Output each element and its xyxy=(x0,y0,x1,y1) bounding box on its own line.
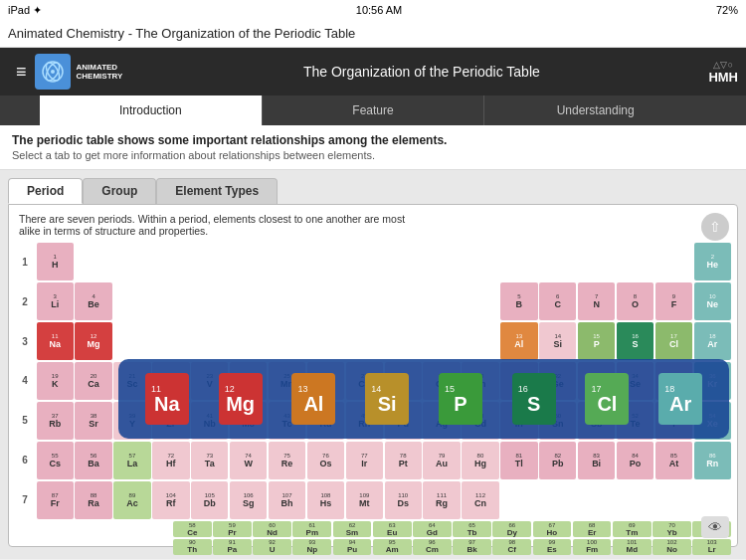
table-cell[interactable]: 81Tl xyxy=(500,442,537,479)
table-cell[interactable]: 11Na xyxy=(37,322,74,360)
table-cell[interactable]: 4Be xyxy=(75,282,111,320)
table-cell[interactable]: 103Lr xyxy=(692,539,731,555)
table-cell[interactable]: 80Hg xyxy=(462,442,498,479)
table-cell[interactable]: 97Bk xyxy=(453,539,491,555)
table-cell[interactable]: 7N xyxy=(578,282,615,320)
highlight-element-P[interactable]: 15 P xyxy=(439,373,482,425)
table-cell[interactable]: 5B xyxy=(500,282,537,320)
table-cell[interactable]: 20Ca xyxy=(75,362,111,400)
table-cell[interactable]: 6C xyxy=(539,282,576,320)
hamburger-button[interactable]: ≡ xyxy=(8,58,35,87)
table-cell[interactable]: 98Cf xyxy=(492,539,531,555)
tab-bar: Introduction Feature Understanding xyxy=(0,95,746,125)
table-cell[interactable]: 82Pb xyxy=(539,442,576,479)
table-cell[interactable]: 88Ra xyxy=(75,481,111,519)
table-cell[interactable]: 85At xyxy=(655,442,692,479)
tab-feature[interactable]: Feature xyxy=(263,95,485,125)
table-cell[interactable]: 104Rf xyxy=(152,481,189,519)
table-cell[interactable]: 62Sm xyxy=(333,521,372,537)
highlight-element-Ar[interactable]: 18 Ar xyxy=(658,373,702,425)
table-cell[interactable]: 72Hf xyxy=(152,442,189,479)
table-cell[interactable]: 38Sr xyxy=(75,402,111,440)
table-cell[interactable]: 73Ta xyxy=(191,442,228,479)
highlight-element-Cl[interactable]: 17 Cl xyxy=(585,373,629,425)
inner-tab-element-types[interactable]: Element Types xyxy=(156,178,278,204)
table-cell[interactable]: 2He xyxy=(694,243,731,280)
table-cell[interactable]: 14Si xyxy=(539,322,576,360)
table-cell[interactable]: 91Pa xyxy=(213,539,252,555)
table-cell[interactable]: 84Po xyxy=(617,442,653,479)
table-cell[interactable]: 17Cl xyxy=(655,322,692,360)
table-cell[interactable]: 56Ba xyxy=(75,442,111,479)
table-cell[interactable]: 77Ir xyxy=(346,442,383,479)
table-cell[interactable]: 83Bi xyxy=(578,442,615,479)
table-cell[interactable]: 102No xyxy=(653,539,691,555)
table-cell[interactable]: 86Rn xyxy=(694,442,731,479)
table-cell[interactable]: 79Au xyxy=(423,442,460,479)
table-cell[interactable]: 92U xyxy=(253,539,291,555)
table-cell[interactable]: 93Np xyxy=(292,539,331,555)
table-cell[interactable]: 74W xyxy=(230,442,267,479)
table-cell[interactable]: 110Ds xyxy=(385,481,422,519)
table-cell[interactable]: 67Ho xyxy=(533,521,572,537)
table-cell[interactable]: 19K xyxy=(37,362,74,400)
table-cell[interactable]: 37Rb xyxy=(37,402,74,440)
table-cell[interactable]: 57La xyxy=(113,442,150,479)
table-cell[interactable]: 109Mt xyxy=(346,481,383,519)
table-cell[interactable]: 64Gd xyxy=(413,521,452,537)
table-cell[interactable]: 105Db xyxy=(191,481,228,519)
highlight-element-S[interactable]: 16 S xyxy=(512,373,556,425)
table-cell[interactable]: 100Fm xyxy=(573,539,612,555)
table-cell[interactable]: 76Os xyxy=(307,442,344,479)
table-cell[interactable]: 61Pm xyxy=(292,521,331,537)
table-cell[interactable]: 95Am xyxy=(373,539,412,555)
table-cell[interactable]: 13Al xyxy=(500,322,537,360)
table-cell[interactable]: 78Pt xyxy=(385,442,422,479)
table-cell[interactable]: 58Ce xyxy=(173,521,212,537)
table-cell[interactable]: 69Tm xyxy=(613,521,652,537)
table-cell[interactable]: 96Cm xyxy=(413,539,452,555)
table-cell[interactable]: 8O xyxy=(617,282,653,320)
table-cell[interactable]: 63Eu xyxy=(373,521,412,537)
scroll-up-button[interactable]: ⇧ xyxy=(701,213,729,241)
table-cell[interactable]: 1H xyxy=(37,243,74,280)
highlight-element-Na[interactable]: 11 Na xyxy=(145,373,189,425)
status-bar: iPad ✦ 10:56 AM 72% xyxy=(0,0,746,20)
table-cell[interactable]: 108Hs xyxy=(307,481,344,519)
table-cell[interactable]: 59Pr xyxy=(213,521,252,537)
table-cell[interactable]: 90Th xyxy=(173,539,212,555)
table-cell[interactable]: 60Nd xyxy=(253,521,291,537)
table-cell[interactable]: 111Rg xyxy=(423,481,460,519)
table-cell[interactable]: 65Tb xyxy=(453,521,491,537)
table-cell[interactable]: 10Ne xyxy=(694,282,731,320)
table-cell xyxy=(269,322,305,360)
eye-icon[interactable]: 👁 xyxy=(701,516,729,538)
table-cell[interactable]: 16S xyxy=(617,322,653,360)
table-cell[interactable]: 87Fr xyxy=(37,481,74,519)
table-cell[interactable]: 66Dy xyxy=(492,521,531,537)
table-cell[interactable]: 89Ac xyxy=(113,481,150,519)
table-cell[interactable]: 15P xyxy=(578,322,615,360)
table-cell[interactable]: 94Pu xyxy=(333,539,372,555)
table-cell[interactable]: 112Cn xyxy=(462,481,498,519)
table-cell[interactable]: 55Cs xyxy=(37,442,74,479)
table-cell[interactable]: 75Re xyxy=(269,442,305,479)
table-cell[interactable]: 106Sg xyxy=(230,481,267,519)
table-cell[interactable]: 99Es xyxy=(533,539,572,555)
table-cell[interactable]: 3Li xyxy=(37,282,74,320)
table-cell[interactable]: 107Bh xyxy=(269,481,305,519)
tab-introduction[interactable]: Introduction xyxy=(40,95,263,125)
table-cell[interactable]: 9F xyxy=(655,282,692,320)
tab-understanding[interactable]: Understanding xyxy=(484,95,706,125)
inner-tab-group[interactable]: Group xyxy=(83,178,156,204)
table-cell[interactable]: 70Yb xyxy=(653,521,691,537)
inner-tab-period[interactable]: Period xyxy=(8,178,83,204)
highlight-element-Si[interactable]: 14 Si xyxy=(365,373,409,425)
table-cell[interactable]: 18Ar xyxy=(694,322,731,360)
table-cell[interactable]: 68Er xyxy=(573,521,612,537)
highlight-element-Al[interactable]: 13 Al xyxy=(291,373,335,425)
highlight-element-Mg[interactable]: 12 Mg xyxy=(219,373,263,425)
table-cell[interactable]: 12Mg xyxy=(75,322,111,360)
table-cell xyxy=(113,243,150,280)
table-cell[interactable]: 101Md xyxy=(613,539,652,555)
